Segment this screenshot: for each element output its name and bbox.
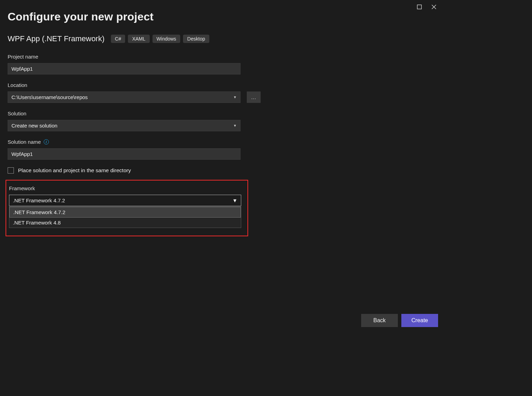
location-value: C:\Users\username\source\repos (11, 94, 88, 100)
browse-button[interactable]: ... (247, 91, 261, 103)
solution-value: Create new solution (11, 123, 58, 129)
create-button[interactable]: Create (401, 314, 438, 327)
browse-label: ... (251, 95, 256, 100)
solution-combo[interactable]: Create new solution ▼ (8, 120, 241, 131)
footer: Back Create (361, 314, 438, 327)
back-button[interactable]: Back (361, 314, 398, 327)
same-directory-label: Place solution and project in the same d… (18, 167, 131, 174)
solution-name-input[interactable] (8, 148, 241, 160)
framework-highlight: Framework .NET Framework 4.7.2 ▼ .NET Fr… (6, 180, 248, 236)
framework-option[interactable]: .NET Framework 4.7.2 (9, 207, 241, 218)
maximize-button[interactable] (416, 3, 423, 10)
chevron-down-icon: ▼ (233, 95, 237, 99)
tag: Desktop (183, 35, 209, 43)
framework-dropdown: .NET Framework 4.7.2 .NET Framework 4.8 (9, 206, 241, 228)
template-name: WPF App (.NET Framework) (8, 34, 105, 43)
close-icon (431, 5, 436, 9)
info-icon: i (44, 139, 49, 144)
framework-value: .NET Framework 4.7.2 (13, 197, 65, 203)
maximize-icon (417, 5, 422, 9)
project-name-label: Project name (8, 54, 436, 60)
tag: XAML (128, 35, 149, 43)
framework-combo[interactable]: .NET Framework 4.7.2 ▼ (9, 195, 241, 206)
page-title: Configure your new project (8, 10, 436, 23)
template-tags: C# XAML Windows Desktop (111, 35, 209, 43)
chevron-down-icon: ▼ (232, 197, 237, 203)
location-label: Location (8, 82, 436, 88)
chevron-down-icon: ▼ (233, 124, 237, 127)
template-row: WPF App (.NET Framework) C# XAML Windows… (8, 34, 436, 43)
project-name-input[interactable] (8, 63, 241, 74)
solution-label: Solution (8, 111, 436, 116)
same-directory-checkbox[interactable] (8, 167, 14, 174)
framework-label: Framework (9, 185, 245, 191)
location-combo[interactable]: C:\Users\username\source\repos ▼ (8, 91, 241, 103)
svg-rect-0 (417, 5, 421, 9)
solution-name-label: Solution name i (8, 139, 436, 145)
tag: C# (111, 35, 125, 43)
close-button[interactable] (430, 3, 437, 10)
framework-option[interactable]: .NET Framework 4.8 (9, 218, 241, 228)
tag: Windows (152, 35, 181, 43)
window-titlebar (416, 0, 444, 10)
